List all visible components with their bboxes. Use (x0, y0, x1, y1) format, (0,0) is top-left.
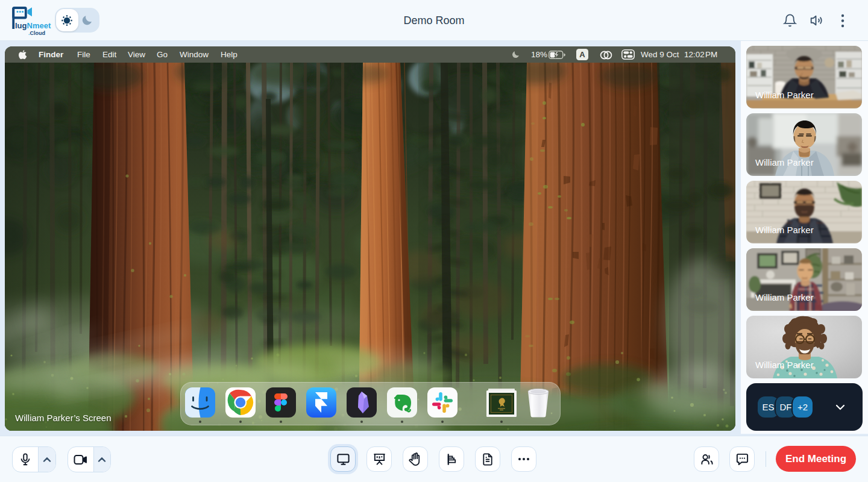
svg-text:William Parker: William Parker (755, 292, 814, 302)
svg-text:William Parker: William Parker (755, 157, 814, 167)
svg-text:William Parker: William Parker (755, 90, 814, 100)
svg-text:William Parker: William Parker (755, 360, 814, 370)
svg-text:William Parker: William Parker (755, 225, 814, 235)
svg-text:.Cloud: .Cloud (28, 30, 45, 36)
